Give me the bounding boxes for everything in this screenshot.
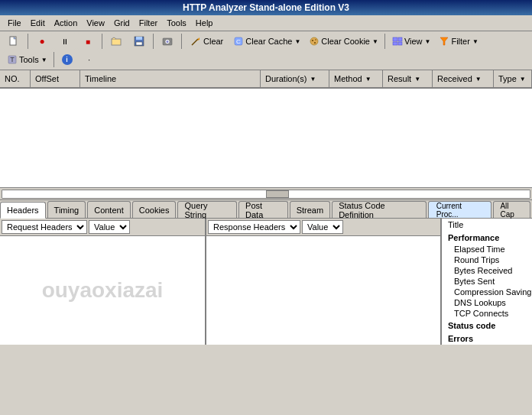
svg-rect-4 [136, 37, 142, 40]
result-col-header[interactable]: Result ▼ [383, 70, 433, 87]
svg-rect-18 [398, 37, 402, 41]
svg-text:C: C [236, 38, 241, 45]
req-value-dropdown[interactable]: Value [89, 220, 130, 234]
timeline-col-header[interactable]: Timeline [80, 70, 261, 87]
svg-rect-5 [136, 42, 142, 45]
title-item[interactable]: Title [442, 219, 532, 231]
resp-headers-dropdown[interactable]: Response Headers [208, 220, 300, 234]
resp-value-dropdown[interactable]: Value [302, 220, 343, 234]
record-icon: ● [36, 35, 48, 47]
svg-rect-19 [393, 42, 397, 45]
scrollbar-thumb[interactable] [266, 190, 289, 198]
info-btn[interactable]: i [57, 52, 77, 67]
status-code-section: Status code [442, 319, 532, 332]
tab-content[interactable]: Content [87, 201, 131, 218]
sep5 [384, 34, 385, 49]
tools-btn[interactable]: T Tools ▼ [3, 51, 50, 68]
sep1 [28, 34, 28, 49]
extra-btn[interactable]: · [79, 51, 100, 68]
filter-icon [438, 35, 450, 47]
title-bar: HTTP Analyzer Stand-alone Edition V3 [0, 0, 532, 15]
compression-saving-item[interactable]: Compression Saving [442, 287, 532, 297]
column-headers: NO. OffSet Timeline Duration(s) ▼ Method… [0, 70, 532, 89]
tools-arrow: ▼ [41, 57, 47, 63]
svg-point-15 [314, 42, 316, 44]
req-panel-body: ouyaoxiazai [0, 236, 205, 345]
elapsed-time-item[interactable]: Elapsed Time [442, 244, 532, 255]
performance-section: Performance [442, 231, 532, 244]
type-col-header[interactable]: Type ▼ [494, 70, 532, 87]
menu-filter[interactable]: Filter [135, 17, 162, 29]
scrollbar-track[interactable] [2, 190, 530, 199]
menu-view[interactable]: View [82, 17, 109, 29]
menu-edit[interactable]: Edit [26, 17, 50, 29]
result-arrow: ▼ [414, 76, 420, 83]
svg-text:T: T [10, 56, 15, 63]
tab-cookies[interactable]: Cookies [132, 201, 177, 218]
clear-cookie-arrow: ▼ [372, 38, 378, 45]
filter-arrow: ▼ [472, 38, 478, 45]
menu-help[interactable]: Help [191, 17, 218, 29]
clear-label: Clear [203, 37, 223, 46]
pause-btn[interactable]: ⏸ [54, 33, 76, 50]
menu-tools[interactable]: Tools [162, 17, 191, 29]
clear-cache-label: Clear Cache [245, 37, 292, 46]
clear-btn[interactable]: Clear [185, 33, 228, 50]
svg-rect-20 [398, 42, 402, 45]
tab-current-proc[interactable]: Current Proc... [428, 201, 492, 218]
new-btn[interactable] [3, 33, 24, 50]
sep3 [153, 34, 154, 49]
tab-query-string[interactable]: Query String [177, 201, 237, 218]
received-col-header[interactable]: Received ▼ [433, 70, 494, 87]
small-icon-btn2[interactable] [128, 33, 150, 50]
filter-label: Filter [451, 37, 469, 46]
req-panel-header: Request Headers Value [0, 219, 205, 236]
h-scrollbar[interactable] [0, 188, 532, 200]
tab-headers[interactable]: Headers [0, 202, 46, 219]
tools-label: Tools [19, 55, 39, 64]
small-icon-btn1[interactable] [105, 33, 127, 50]
no-col-header[interactable]: NO. [0, 70, 31, 87]
svg-point-16 [316, 39, 317, 41]
tab-timing[interactable]: Timing [47, 201, 86, 218]
info-icon: i [62, 54, 73, 65]
svg-rect-17 [393, 37, 397, 41]
response-headers-panel: Response Headers Value [206, 219, 442, 345]
tcp-connects-item[interactable]: TCP Connects [442, 308, 532, 319]
stop-btn[interactable]: ■ [77, 33, 99, 50]
tab-all-cap[interactable]: All Cap [493, 201, 530, 218]
clear-cache-btn[interactable]: C Clear Cache ▼ [229, 33, 303, 50]
right-tabs: Current Proc... All Cap [428, 200, 532, 218]
tab-stream[interactable]: Stream [290, 201, 330, 218]
tab-post-data[interactable]: Post Data [238, 201, 288, 218]
filter-btn[interactable]: Filter ▼ [435, 33, 481, 50]
wand-icon [190, 35, 202, 47]
view-label: View [404, 37, 423, 46]
record-btn[interactable]: ● [31, 33, 53, 50]
tab-status-code-def[interactable]: Status Code Definition [332, 201, 427, 218]
svg-rect-2 [112, 39, 121, 45]
sep6 [54, 52, 54, 67]
view-icon [391, 35, 404, 47]
menu-bar: File Edit Action View Grid Filter Tools … [0, 15, 532, 31]
watermark-req: ouyaoxiazai [42, 278, 164, 303]
menu-file[interactable]: File [3, 17, 26, 29]
method-col-header[interactable]: Method ▼ [329, 70, 383, 87]
offset-col-header[interactable]: OffSet [31, 70, 80, 87]
menu-grid[interactable]: Grid [109, 17, 135, 29]
bottom-content-area: Request Headers Value ouyaoxiazai Respon… [0, 219, 532, 345]
req-headers-dropdown[interactable]: Request Headers [2, 220, 87, 234]
svg-point-14 [312, 40, 313, 41]
bytes-received-item[interactable]: Bytes Received [442, 265, 532, 276]
menu-action[interactable]: Action [50, 17, 83, 29]
cache-icon: C [232, 35, 245, 47]
bytes-sent-item[interactable]: Bytes Sent [442, 276, 532, 287]
clear-cookie-btn[interactable]: Clear Cookie ▼ [305, 33, 381, 50]
dns-lookups-item[interactable]: DNS Lookups [442, 297, 532, 308]
round-trips-item[interactable]: Round Trips [442, 255, 532, 265]
screenshot-btn[interactable] [157, 33, 178, 50]
duration-col-header[interactable]: Duration(s) ▼ [261, 70, 329, 87]
duration-arrow: ▼ [310, 76, 316, 83]
view-btn[interactable]: View ▼ [388, 33, 434, 50]
right-info-panel: Title Performance Elapsed Time Round Tri… [442, 219, 532, 345]
